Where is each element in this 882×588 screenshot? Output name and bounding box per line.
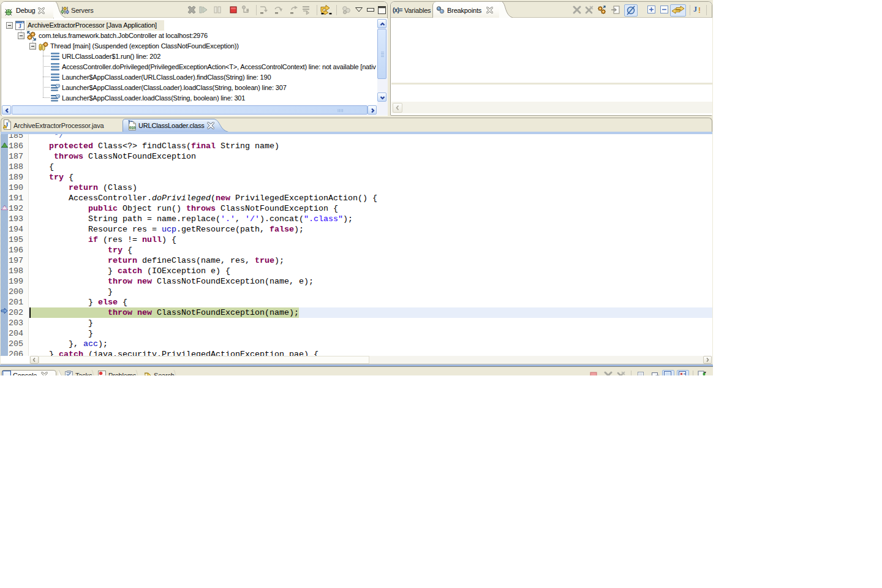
svg-text:J: J — [693, 5, 697, 13]
svg-text:!: ! — [698, 6, 701, 14]
svg-text:010: 010 — [129, 126, 135, 130]
svg-text:(x)=: (x)= — [393, 7, 402, 13]
svg-text:J: J — [18, 23, 21, 29]
